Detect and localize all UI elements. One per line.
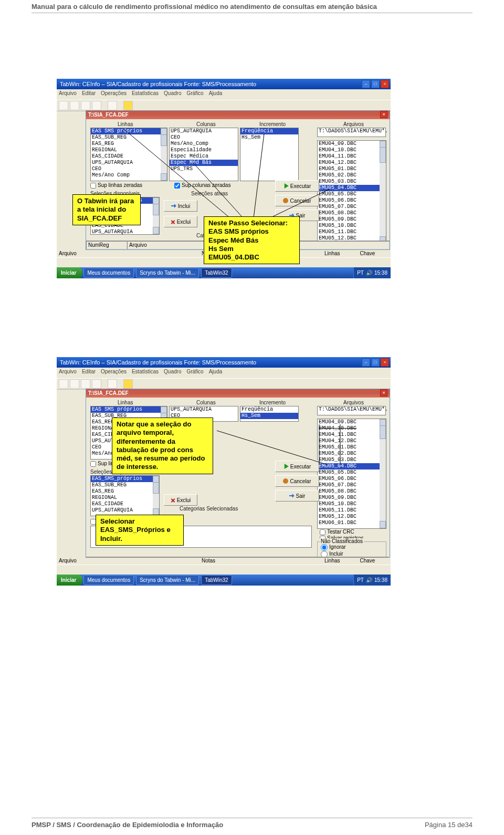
list-item[interactable]: EMU05_01.DBC: [318, 166, 386, 172]
menu-item[interactable]: Gráfico: [186, 369, 203, 374]
listbox-linhas[interactable]: EAS SMS própriosEAS_SUB_REGEAS_REGREGION…: [90, 128, 167, 181]
dialog-close-button[interactable]: ×: [380, 389, 387, 396]
list-item[interactable]: EMU05_05.DBC: [318, 191, 386, 197]
maximize-button[interactable]: □: [371, 80, 380, 88]
list-item[interactable]: EMU05_04.DBC: [318, 463, 386, 469]
list-item[interactable]: UPS_AUTARQUIA: [170, 128, 238, 134]
list-item[interactable]: Hs_Sem: [240, 134, 298, 141]
list-item[interactable]: EMU05_11.DBC: [318, 229, 386, 235]
minimize-button[interactable]: –: [362, 358, 370, 367]
list-item[interactable]: EAS SMS próprios: [91, 406, 167, 413]
taskbar-button-tabwin[interactable]: TabWin32: [201, 268, 232, 278]
menu-item[interactable]: Arquivo: [59, 369, 77, 374]
list-item[interactable]: UPS_AUTARQUIA: [91, 507, 159, 514]
list-item[interactable]: EMU04_11.DBC: [318, 432, 386, 438]
menu-item[interactable]: Quadro: [164, 369, 181, 374]
toolbar-button[interactable]: [119, 101, 122, 110]
menu-item[interactable]: Operações: [101, 90, 127, 96]
list-item[interactable]: Espec Méd Bás: [170, 160, 238, 166]
list-item[interactable]: UPS_AUTARQUIA: [91, 229, 159, 235]
toolbar-button[interactable]: [59, 101, 68, 110]
list-item[interactable]: EMU05_07.DBC: [318, 204, 386, 210]
button-executar[interactable]: Executar: [275, 461, 319, 472]
toolbar-button[interactable]: [92, 101, 101, 110]
dialog-titlebar[interactable]: T:\SIA_FCA.DEF ×: [86, 111, 390, 119]
list-item[interactable]: EAS SMS próprios: [91, 128, 167, 134]
start-button[interactable]: Iniciar: [57, 267, 82, 278]
checkbox-sup-linhas[interactable]: Sup linhas zeradas: [90, 182, 142, 189]
close-button[interactable]: ×: [381, 80, 389, 88]
menu-item[interactable]: Ajuda: [209, 369, 223, 374]
toolbar-button[interactable]: [103, 101, 106, 110]
menu-item[interactable]: Estatísticas: [132, 369, 159, 374]
list-item[interactable]: EMU05_07.DBC: [318, 482, 386, 488]
maximize-button[interactable]: □: [371, 358, 380, 367]
menu-item[interactable]: Ajuda: [209, 90, 223, 96]
listbox-arquivos[interactable]: EMU04_09.DBCEMU04_10.DBCEMU04_11.DBCEMU0…: [317, 419, 386, 529]
list-item[interactable]: EMU05_03.DBC: [318, 457, 386, 463]
lang-indicator[interactable]: PT: [357, 270, 364, 276]
toolbar-button[interactable]: [70, 101, 79, 110]
list-item[interactable]: EMU05_10.DBC: [318, 501, 386, 507]
toolbar-button[interactable]: [103, 380, 106, 388]
list-item[interactable]: EMU05_05.DBC: [318, 469, 386, 476]
taskbar-button-docs[interactable]: Meus documentos: [83, 575, 134, 585]
window-titlebar[interactable]: TabWin: CEInfo – SIA/Cadastro de profiss…: [57, 357, 391, 368]
toolbar-button[interactable]: [119, 380, 122, 388]
toolbar-button[interactable]: [123, 379, 133, 389]
listbox-arquivos[interactable]: EMU04_09.DBCEMU04_10.DBCEMU04_11.DBCEMU0…: [317, 140, 386, 244]
list-item[interactable]: REGIONAL: [91, 147, 167, 153]
menu-item[interactable]: Quadro: [164, 90, 181, 96]
list-item[interactable]: REGIONAL: [91, 495, 159, 501]
list-item[interactable]: EMU05_08.DBC: [318, 488, 386, 495]
list-item[interactable]: EMU05_10.DBC: [318, 223, 386, 229]
checkbox-testar-crc[interactable]: Testar CRC: [320, 529, 354, 535]
scrollbar[interactable]: [380, 419, 386, 528]
list-item[interactable]: EMU05_02.DBC: [318, 172, 386, 179]
list-item[interactable]: Freqüência: [240, 128, 298, 134]
button-executar[interactable]: Executar: [275, 180, 319, 192]
list-item[interactable]: EMU05_06.DBC: [318, 476, 386, 482]
list-item[interactable]: EMU04_09.DBC: [318, 141, 386, 147]
system-tray[interactable]: PT 🔊 15:38: [353, 267, 391, 278]
list-item[interactable]: EMU04_09.DBC: [318, 419, 386, 425]
list-item[interactable]: EMU05_09.DBC: [318, 495, 386, 501]
list-item[interactable]: EAS_SMS_próprios: [91, 476, 159, 482]
taskbar-button-tabwin[interactable]: TabWin32: [201, 575, 232, 585]
listbox-incremento[interactable]: FreqüênciaHs_Sem: [240, 128, 299, 181]
scrollbar[interactable]: [161, 128, 167, 181]
list-item[interactable]: UPS_TRS: [170, 166, 238, 172]
lang-indicator[interactable]: PT: [357, 577, 364, 583]
system-tray[interactable]: PT 🔊 15:38: [353, 575, 391, 586]
list-item[interactable]: EAS_CIDADE: [91, 153, 167, 160]
toolbar-button[interactable]: [81, 379, 90, 389]
list-item[interactable]: UPS_AUTARQUIA: [91, 160, 167, 166]
list-item[interactable]: EMU04_12.DBC: [318, 438, 386, 444]
checkbox-sup-colunas[interactable]: Sup colunas zeradas: [174, 182, 230, 189]
list-item[interactable]: Mes/Ano Comp: [91, 172, 167, 179]
button-exclui[interactable]: Exclui: [164, 494, 197, 506]
start-button[interactable]: Iniciar: [57, 575, 82, 586]
arquivos-path-input[interactable]: T:\DADOS\SIA\EMU\EMU*.: [317, 406, 386, 415]
list-item[interactable]: EMU04_10.DBC: [318, 147, 386, 153]
list-item[interactable]: EMU04_10.DBC: [318, 425, 386, 432]
list-item[interactable]: EAS_REG: [91, 488, 159, 495]
list-item[interactable]: EMU04_12.DBC: [318, 160, 386, 166]
taskbar-button-docs[interactable]: Meus documentos: [83, 268, 134, 278]
close-button[interactable]: ×: [381, 358, 389, 367]
toolbar-button[interactable]: [81, 101, 90, 110]
menu-item[interactable]: Operações: [101, 369, 127, 374]
arquivos-path-input[interactable]: T:\DADOS\SIA\EMU\EMU*.: [317, 128, 386, 137]
toolbar-button[interactable]: [108, 101, 117, 110]
toolbar-button[interactable]: [70, 379, 79, 389]
toolbar-button[interactable]: [108, 379, 117, 389]
toolbar-button[interactable]: [123, 101, 133, 110]
scrollbar[interactable]: [380, 141, 386, 244]
list-item[interactable]: EMU05_04.DBC: [318, 185, 386, 191]
window-titlebar[interactable]: TabWin: CEInfo – SIA/Cadastro de profiss…: [57, 79, 391, 89]
list-item[interactable]: EAS_CIDADE: [91, 501, 159, 507]
list-item[interactable]: EAS_SUB_REG: [91, 134, 167, 141]
button-sair[interactable]: Sair: [275, 490, 319, 502]
dialog-titlebar[interactable]: T:\SIA_FCA.DEF ×: [86, 389, 390, 398]
list-item[interactable]: EMU05_09.DBC: [318, 216, 386, 223]
